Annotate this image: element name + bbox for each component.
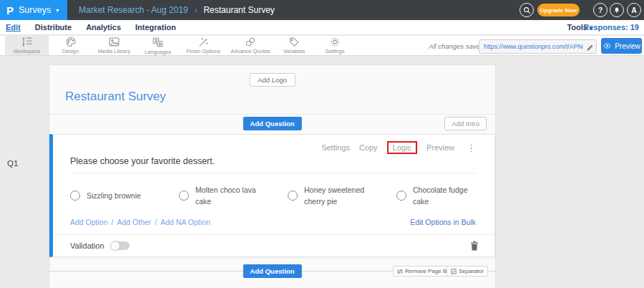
search-icon [523,6,531,14]
add-question-button-bottom[interactable]: Add Question [243,264,301,278]
tool-finish-options[interactable]: Finish Options [180,36,227,55]
question-copy-link[interactable]: Copy [359,143,378,152]
link-separator: / [112,218,114,226]
separator-toggle-button[interactable]: Separator [447,266,488,277]
kebab-menu-icon[interactable]: ⋮ [467,143,476,153]
surveys-menu[interactable]: P Surveys ▾ [0,0,67,20]
add-logo-button[interactable]: Add Logo [249,73,296,87]
tab-analytics[interactable]: Analytics [86,23,121,32]
tool-settings[interactable]: Settings [314,36,356,55]
question-text-underline [70,173,476,173]
survey-title[interactable]: Restaurant Survey [65,90,166,104]
tool-label: Workspace [14,48,40,54]
radio-button[interactable] [288,191,298,201]
tool-label: Settings [325,48,344,54]
palette-icon [65,37,77,47]
tab-distribute[interactable]: Distribute [35,23,72,32]
add-option-link[interactable]: Add Option [70,218,108,226]
question-number-label: Q1 [7,159,18,168]
tool-workspace[interactable]: Workspace [5,36,49,55]
survey-header: Add Logo Restaurant Survey [49,65,495,115]
menubar: Edit Distribute Analytics Integration To… [0,20,644,35]
product-label: Surveys [19,5,51,15]
magic-wand-icon [197,37,209,47]
tool-label: Variables [283,48,306,54]
survey-page-card: Add Logo Restaurant Survey Add Question … [49,64,496,288]
preview-button[interactable]: Preview [601,38,642,54]
radio-button[interactable] [70,191,80,201]
delete-question-button[interactable] [470,241,479,251]
page-break-row: Add Question Remove Page Break Separator [49,264,495,279]
breadcrumb-separator-icon: › [195,6,197,14]
validation-toggle[interactable] [111,241,130,250]
tool-label: Languages [145,49,171,55]
toolbar-items: Workspace Design Media Library Languages… [5,36,356,55]
breadcrumb-current: Restaurant Survey [203,5,274,15]
tool-label: Media Library [98,48,130,54]
question-mark-icon: ? [598,6,602,14]
survey-url-input[interactable] [479,39,597,54]
link-separator: / [155,218,157,226]
eye-icon [602,42,612,49]
bell-icon [613,6,620,14]
survey-url-box [479,39,597,53]
search-button[interactable] [519,3,534,17]
breadcrumb-folder[interactable]: Market Research - Aug 2019 [79,5,188,15]
option-label[interactable]: Molten choco lava cake [195,184,264,208]
add-intro-button[interactable]: Add Intro [444,117,487,130]
preview-label: Preview [615,42,640,50]
add-question-row-top: Add Question Add Intro [49,115,495,134]
tool-media-library[interactable]: Media Library [92,36,136,55]
edit-options-in-bulk-link[interactable]: Edit Options in Bulk [410,218,476,226]
tool-label: Advance Quotas [230,48,270,54]
translate-icon [152,37,164,48]
tool-label: Finish Options [186,48,220,54]
option-label[interactable]: Sizzling brownie [87,190,141,201]
validation-control: Validation [70,241,130,250]
checked-checkbox-icon [451,269,457,274]
tool-variables[interactable]: Variables [274,36,314,55]
responses-count[interactable]: Responses: 19 [583,23,639,32]
add-na-option-link[interactable]: Add NA Option [160,218,210,226]
gear-icon [329,37,341,47]
save-status: All changes saved [429,42,484,50]
radio-button[interactable] [179,191,189,201]
image-icon [108,37,120,47]
upgrade-now-button[interactable]: Upgrade Now [537,4,580,16]
add-question-button-top[interactable]: Add Question [243,117,301,130]
radio-button[interactable] [396,191,406,201]
answer-option: Chocolate fudge cake [396,179,505,212]
breadcrumb: Market Research - Aug 2019 › Restaurant … [79,0,275,20]
avatar[interactable]: A [627,3,641,17]
tool-advance-quotas[interactable]: Advance Quotas [227,36,274,55]
question-preview-link[interactable]: Preview [426,143,454,152]
answer-option: Honey sweetened cherry pie [288,179,396,212]
tab-integration[interactable]: Integration [135,23,176,32]
tab-edit[interactable]: Edit [6,23,21,32]
edit-url-pencil-icon[interactable] [586,42,594,54]
help-button[interactable]: ? [593,3,608,17]
question-footer: Validation [70,234,479,256]
option-label[interactable]: Chocolate fudge cake [413,184,482,208]
toolbar: Workspace Design Media Library Languages… [0,36,644,56]
question-logic-link[interactable]: Logic [387,141,417,154]
option-label[interactable]: Honey sweetened cherry pie [304,184,373,208]
validation-label: Validation [70,241,104,250]
question-block-q1: Settings Copy Logic Preview ⋮ Please cho… [49,134,495,257]
notifications-button[interactable] [610,3,624,17]
app-root: P Surveys ▾ Market Research - Aug 2019 ›… [0,0,644,288]
question-text[interactable]: Please choose your favorite dessert. [70,156,215,166]
question-settings-link[interactable]: Settings [321,143,350,152]
answer-options: Sizzling brownie Molten choco lava cake … [70,179,505,212]
topbar: P Surveys ▾ Market Research - Aug 2019 ›… [0,0,644,20]
questionpro-logo-icon: P [6,5,14,16]
add-other-link[interactable]: Add Other [117,218,151,226]
option-links-row: Add Option / Add Other / Add NA Option E… [70,218,476,226]
tool-languages[interactable]: Languages [136,36,180,55]
answer-option: Molten choco lava cake [179,179,288,212]
tool-design[interactable]: Design [49,36,92,55]
toggle-knob [110,241,120,251]
tag-icon [288,37,300,47]
workspace-icon [21,37,34,47]
answer-option: Sizzling brownie [70,179,179,212]
